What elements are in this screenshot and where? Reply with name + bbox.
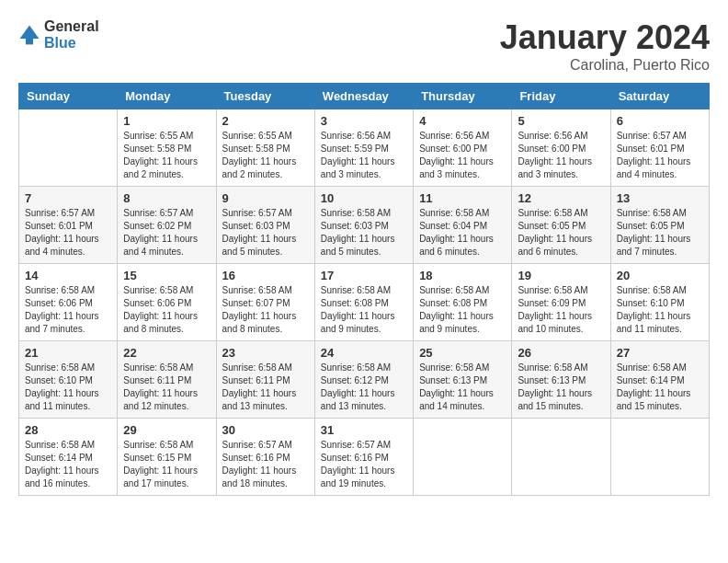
day-number: 28 (25, 423, 111, 437)
day-info: Sunrise: 6:57 AMSunset: 6:16 PMDaylight:… (321, 439, 407, 490)
col-wednesday: Wednesday (314, 84, 413, 109)
calendar-cell: 16Sunrise: 6:58 AMSunset: 6:07 PMDayligh… (216, 264, 314, 341)
day-number: 8 (123, 191, 210, 205)
calendar-week-2: 7Sunrise: 6:57 AMSunset: 6:01 PMDaylight… (19, 187, 710, 264)
calendar-cell: 6Sunrise: 6:57 AMSunset: 6:01 PMDaylight… (610, 109, 709, 187)
day-number: 20 (617, 269, 703, 282)
day-number: 1 (123, 114, 210, 128)
calendar-cell (19, 109, 118, 187)
day-number: 21 (25, 346, 111, 360)
col-saturday: Saturday (610, 84, 709, 109)
calendar-subtitle: Carolina, Puerto Rico (500, 57, 710, 74)
day-number: 6 (617, 114, 703, 128)
calendar-cell: 3Sunrise: 6:56 AMSunset: 5:59 PMDaylight… (314, 109, 413, 187)
calendar-cell: 9Sunrise: 6:57 AMSunset: 6:03 PMDaylight… (216, 187, 314, 264)
svg-rect-1 (26, 39, 33, 44)
col-sunday: Sunday (19, 84, 118, 109)
day-number: 7 (25, 191, 111, 205)
day-number: 23 (222, 346, 309, 360)
day-number: 2 (222, 114, 309, 128)
calendar-cell: 2Sunrise: 6:55 AMSunset: 5:58 PMDaylight… (216, 109, 314, 187)
day-number: 14 (25, 269, 111, 282)
calendar-title: January 2024 (500, 18, 710, 57)
day-info: Sunrise: 6:58 AMSunset: 6:08 PMDaylight:… (419, 284, 506, 336)
calendar-cell: 14Sunrise: 6:58 AMSunset: 6:06 PMDayligh… (19, 264, 118, 341)
day-info: Sunrise: 6:58 AMSunset: 6:13 PMDaylight:… (518, 362, 604, 413)
day-number: 3 (321, 114, 407, 128)
calendar-week-1: 1Sunrise: 6:55 AMSunset: 5:58 PMDaylight… (19, 109, 710, 187)
day-number: 13 (617, 191, 703, 205)
col-monday: Monday (118, 84, 216, 109)
day-number: 15 (123, 269, 210, 282)
calendar-week-5: 28Sunrise: 6:58 AMSunset: 6:14 PMDayligh… (19, 419, 710, 496)
day-info: Sunrise: 6:58 AMSunset: 6:05 PMDaylight:… (518, 207, 604, 259)
day-info: Sunrise: 6:58 AMSunset: 6:04 PMDaylight:… (419, 207, 506, 259)
col-thursday: Thursday (414, 84, 512, 109)
calendar-cell: 25Sunrise: 6:58 AMSunset: 6:13 PMDayligh… (414, 341, 512, 419)
day-info: Sunrise: 6:57 AMSunset: 6:01 PMDaylight:… (617, 130, 703, 181)
day-number: 30 (222, 423, 309, 437)
day-info: Sunrise: 6:58 AMSunset: 6:09 PMDaylight:… (518, 284, 604, 336)
day-number: 12 (518, 191, 604, 205)
day-info: Sunrise: 6:58 AMSunset: 6:14 PMDaylight:… (617, 362, 703, 413)
svg-marker-0 (20, 26, 40, 39)
calendar-cell: 20Sunrise: 6:58 AMSunset: 6:10 PMDayligh… (610, 264, 709, 341)
day-number: 25 (419, 346, 506, 360)
calendar-cell: 21Sunrise: 6:58 AMSunset: 6:10 PMDayligh… (19, 341, 118, 419)
day-number: 17 (321, 269, 407, 282)
day-info: Sunrise: 6:58 AMSunset: 6:15 PMDaylight:… (123, 439, 210, 490)
logo-general: General (44, 18, 99, 34)
day-info: Sunrise: 6:55 AMSunset: 5:58 PMDaylight:… (123, 130, 210, 181)
day-info: Sunrise: 6:56 AMSunset: 6:00 PMDaylight:… (518, 130, 604, 181)
logo-blue: Blue (44, 35, 76, 51)
calendar-week-4: 21Sunrise: 6:58 AMSunset: 6:10 PMDayligh… (19, 341, 710, 419)
calendar-cell: 15Sunrise: 6:58 AMSunset: 6:06 PMDayligh… (118, 264, 216, 341)
logo: General Blue (18, 18, 99, 52)
calendar-cell: 4Sunrise: 6:56 AMSunset: 6:00 PMDaylight… (414, 109, 512, 187)
calendar-cell: 27Sunrise: 6:58 AMSunset: 6:14 PMDayligh… (610, 341, 709, 419)
logo-icon (18, 24, 40, 46)
day-info: Sunrise: 6:58 AMSunset: 6:03 PMDaylight:… (321, 207, 407, 259)
day-number: 27 (617, 346, 703, 360)
calendar-cell: 19Sunrise: 6:58 AMSunset: 6:09 PMDayligh… (512, 264, 610, 341)
day-number: 29 (123, 423, 210, 437)
calendar-cell: 24Sunrise: 6:58 AMSunset: 6:12 PMDayligh… (314, 341, 413, 419)
calendar-week-3: 14Sunrise: 6:58 AMSunset: 6:06 PMDayligh… (19, 264, 710, 341)
day-info: Sunrise: 6:56 AMSunset: 5:59 PMDaylight:… (321, 130, 407, 181)
day-number: 24 (321, 346, 407, 360)
calendar-cell: 8Sunrise: 6:57 AMSunset: 6:02 PMDaylight… (118, 187, 216, 264)
day-info: Sunrise: 6:58 AMSunset: 6:10 PMDaylight:… (617, 284, 703, 336)
day-number: 18 (419, 269, 506, 282)
day-number: 10 (321, 191, 407, 205)
day-number: 11 (419, 191, 506, 205)
calendar-cell (610, 419, 709, 496)
day-info: Sunrise: 6:55 AMSunset: 5:58 PMDaylight:… (222, 130, 309, 181)
page-header: General Blue January 2024 Carolina, Puer… (18, 18, 710, 74)
day-info: Sunrise: 6:57 AMSunset: 6:02 PMDaylight:… (123, 207, 210, 259)
header-row: Sunday Monday Tuesday Wednesday Thursday… (19, 84, 710, 109)
day-number: 4 (419, 114, 506, 128)
calendar-cell (512, 419, 610, 496)
calendar-cell: 5Sunrise: 6:56 AMSunset: 6:00 PMDaylight… (512, 109, 610, 187)
calendar-cell: 26Sunrise: 6:58 AMSunset: 6:13 PMDayligh… (512, 341, 610, 419)
calendar-cell (414, 419, 512, 496)
day-info: Sunrise: 6:58 AMSunset: 6:07 PMDaylight:… (222, 284, 309, 336)
calendar-cell: 12Sunrise: 6:58 AMSunset: 6:05 PMDayligh… (512, 187, 610, 264)
day-info: Sunrise: 6:58 AMSunset: 6:06 PMDaylight:… (25, 284, 111, 336)
day-number: 5 (518, 114, 604, 128)
day-info: Sunrise: 6:58 AMSunset: 6:11 PMDaylight:… (222, 362, 309, 413)
day-info: Sunrise: 6:58 AMSunset: 6:12 PMDaylight:… (321, 362, 407, 413)
calendar-cell: 10Sunrise: 6:58 AMSunset: 6:03 PMDayligh… (314, 187, 413, 264)
title-block: January 2024 Carolina, Puerto Rico (500, 18, 710, 74)
calendar-cell: 7Sunrise: 6:57 AMSunset: 6:01 PMDaylight… (19, 187, 118, 264)
day-info: Sunrise: 6:58 AMSunset: 6:10 PMDaylight:… (25, 362, 111, 413)
calendar-cell: 11Sunrise: 6:58 AMSunset: 6:04 PMDayligh… (414, 187, 512, 264)
col-tuesday: Tuesday (216, 84, 314, 109)
day-info: Sunrise: 6:58 AMSunset: 6:13 PMDaylight:… (419, 362, 506, 413)
calendar-cell: 23Sunrise: 6:58 AMSunset: 6:11 PMDayligh… (216, 341, 314, 419)
calendar-table: Sunday Monday Tuesday Wednesday Thursday… (18, 83, 710, 496)
calendar-cell: 17Sunrise: 6:58 AMSunset: 6:08 PMDayligh… (314, 264, 413, 341)
day-info: Sunrise: 6:58 AMSunset: 6:06 PMDaylight:… (123, 284, 210, 336)
day-info: Sunrise: 6:58 AMSunset: 6:05 PMDaylight:… (617, 207, 703, 259)
calendar-cell: 18Sunrise: 6:58 AMSunset: 6:08 PMDayligh… (414, 264, 512, 341)
